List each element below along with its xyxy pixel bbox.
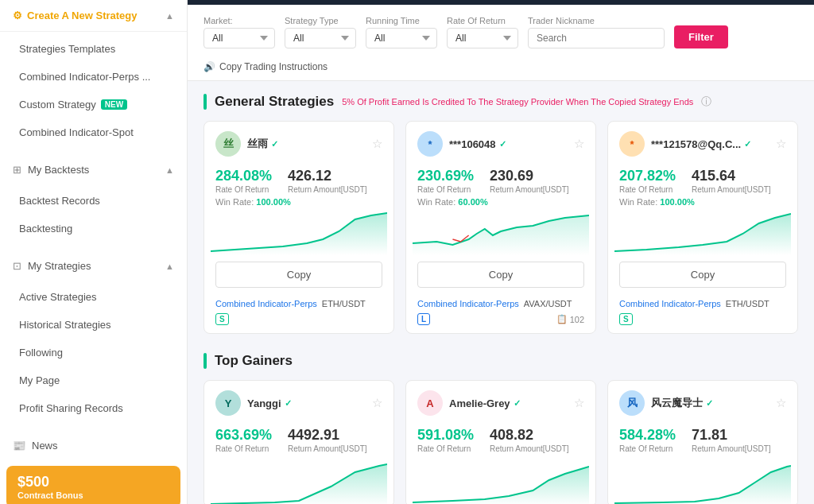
sidebar-item-label: Strategies Templates <box>19 43 115 55</box>
sidebar-item-label: Combined Indicator-Perps ... <box>19 71 150 83</box>
copy-button-2[interactable]: Copy <box>417 262 584 288</box>
running-time-label: Running Time <box>366 16 437 25</box>
amount-label: Return Amount[USDT] <box>490 185 568 194</box>
return-amount-stat: 408.82 Return Amount[USDT] <box>490 427 568 453</box>
sidebar-item-custom-strategy[interactable]: Custom Strategy NEW <box>0 91 187 118</box>
amount-value: 4492.91 <box>288 427 366 444</box>
main-content: Market: All Strategy Type All Running Ti… <box>188 0 814 504</box>
amount-value: 426.12 <box>288 168 366 184</box>
backtests-items: Backtest Records Backtesting <box>0 184 187 246</box>
copy-button-3[interactable]: Copy <box>619 262 786 288</box>
strategy-type-select[interactable]: All <box>285 28 356 48</box>
win-rate-val: 100.00% <box>660 197 694 207</box>
copy-button-1[interactable]: Copy <box>215 262 382 288</box>
star-icon[interactable]: ☆ <box>574 396 584 410</box>
sidebar-item-profit-sharing[interactable]: Profit Sharing Records <box>0 394 187 422</box>
copy-instructions-text: 🔊 Copy Trading Instructions <box>204 58 328 72</box>
news-icon: 📰 <box>13 440 25 452</box>
star-icon[interactable]: ☆ <box>372 396 382 410</box>
star-icon[interactable]: ☆ <box>372 137 382 151</box>
my-backtests-label: My Backtests <box>28 164 89 176</box>
strategy-tag[interactable]: Combined Indicator-Perps <box>215 299 317 308</box>
strategy-tag[interactable]: Combined Indicator-Perps <box>417 299 519 308</box>
sidebar-item-backtest-records[interactable]: Backtest Records <box>0 187 187 215</box>
verified-icon: ✓ <box>514 398 521 409</box>
amount-value: 71.81 <box>692 427 770 444</box>
chevron-up-icon: ▲ <box>165 11 174 21</box>
rate-label: Rate Of Return <box>215 185 272 194</box>
card-footer: Combined Indicator-Perps ETH/USDT S <box>204 294 393 333</box>
verified-icon: ✓ <box>271 139 278 149</box>
rate-label: Rate Of Return <box>619 444 676 453</box>
card-stats: 591.08% Rate Of Return 408.82 Return Amo… <box>406 422 595 456</box>
card-chart <box>204 463 393 504</box>
return-amount-stat: 4492.91 Return Amount[USDT] <box>288 427 366 453</box>
trader-search-input[interactable] <box>528 28 665 48</box>
sidebar-item-combined-spot[interactable]: Combined Indicator-Spot <box>0 118 187 146</box>
sidebar-item-label: Following <box>19 347 63 359</box>
return-amount-stat: 415.64 Return Amount[USDT] <box>692 168 770 194</box>
filter-button[interactable]: Filter <box>674 25 728 48</box>
star-icon[interactable]: ☆ <box>776 137 786 151</box>
card-chart <box>608 211 797 255</box>
market-select[interactable]: All <box>204 28 275 48</box>
bonus-banner[interactable]: $500 Contract Bonus <box>6 466 180 504</box>
info-icon[interactable]: ⓘ <box>701 95 711 109</box>
strategy-card-1: 丝 丝雨 ✓ ☆ 284.08% Rate Of Return 426.12 <box>204 121 394 334</box>
rate-of-return-stat: 663.69% Rate Of Return <box>215 427 272 453</box>
sidebar-item-my-page[interactable]: My Page <box>0 366 187 394</box>
rate-of-return-select[interactable]: All <box>447 28 518 48</box>
general-strategies-title: General Strategies <box>204 94 334 110</box>
card-stats: 207.82% Rate Of Return 415.64 Return Amo… <box>608 163 797 197</box>
amount-label: Return Amount[USDT] <box>692 185 770 194</box>
trading-pair: ETH/USDT <box>726 299 769 308</box>
speaker-icon: 🔊 <box>204 61 215 72</box>
sidebar-item-historical-strategies[interactable]: Historical Strategies <box>0 311 187 339</box>
strategy-type-filter: Strategy Type All <box>285 16 356 48</box>
verified-icon: ✓ <box>706 398 713 409</box>
username: ***106048 ✓ <box>449 138 506 150</box>
sidebar-item-label: Profit Sharing Records <box>19 402 123 414</box>
sidebar-item-strategies-templates[interactable]: Strategies Templates <box>0 35 187 63</box>
verified-icon: ✓ <box>499 139 506 149</box>
top-gainer-card-1: Y Yanggi ✓ ☆ 663.69% Rate Of Return 44 <box>204 380 394 504</box>
top-gainer-card-2: A Amelie-Grey ✓ ☆ 591.08% Rate Of Return <box>405 380 596 504</box>
my-backtests-group[interactable]: ⊞ My Backtests ▲ <box>0 156 187 184</box>
chevron-up-icon: ▲ <box>165 262 174 271</box>
top-gainer-card-3: 风 风云魔导士 ✓ ☆ 584.28% Rate Of Return 71. <box>607 380 798 504</box>
my-strategies-group[interactable]: ⊡ My Strategies ▲ <box>0 252 187 280</box>
strategy-card-2: * ***106048 ✓ ☆ 230.69% Rate Of Return <box>405 121 596 334</box>
backtests-icon: ⊞ <box>13 164 21 176</box>
star-icon[interactable]: ☆ <box>574 137 584 151</box>
win-rate-row: Win Rate: 60.00% <box>406 197 595 211</box>
news-group[interactable]: 📰 News <box>0 432 187 459</box>
card-user: 丝 丝雨 ✓ <box>215 131 278 157</box>
rate-of-return-filter: Rate Of Return All <box>447 16 518 48</box>
filters-bar: Market: All Strategy Type All Running Ti… <box>188 5 814 81</box>
star-icon[interactable]: ☆ <box>776 396 786 410</box>
avatar: * <box>619 131 645 157</box>
card-header: 风 风云魔导士 ✓ ☆ <box>608 381 797 422</box>
market-filter: Market: All <box>204 16 275 48</box>
rate-label: Rate Of Return <box>619 185 676 194</box>
sidebar-item-combined-perps[interactable]: Combined Indicator-Perps ... <box>0 63 187 91</box>
card-chart <box>406 211 595 255</box>
bonus-amount: $500 <box>17 474 169 490</box>
rate-label: Rate Of Return <box>417 444 474 453</box>
content-area: General Strategies 5% Of Profit Earned I… <box>188 81 814 504</box>
verified-icon: ✓ <box>744 139 751 149</box>
win-rate-row: Win Rate: 100.00% <box>608 197 797 211</box>
card-user: 风 风云魔导士 ✓ <box>619 390 713 416</box>
rate-value: 284.08% <box>215 168 272 184</box>
strategy-tag[interactable]: Combined Indicator-Perps <box>619 299 721 308</box>
trading-pair: AVAX/USDT <box>524 299 572 308</box>
sidebar-item-backtesting[interactable]: Backtesting <box>0 215 187 242</box>
market-label: Market: <box>204 16 275 25</box>
create-strategy-button[interactable]: ⚙ Create A New Strategy ▲ <box>0 0 187 32</box>
card-footer: Combined Indicator-Perps AVAX/USDT L 📋 1… <box>406 294 595 333</box>
sidebar-item-active-strategies[interactable]: Active Strategies <box>0 283 187 311</box>
trader-nickname-filter: Trader Nickname <box>528 16 665 48</box>
sidebar-item-following[interactable]: Following <box>0 339 187 366</box>
running-time-select[interactable]: All <box>366 28 437 48</box>
rate-of-return-stat: 230.69% Rate Of Return <box>417 168 474 194</box>
